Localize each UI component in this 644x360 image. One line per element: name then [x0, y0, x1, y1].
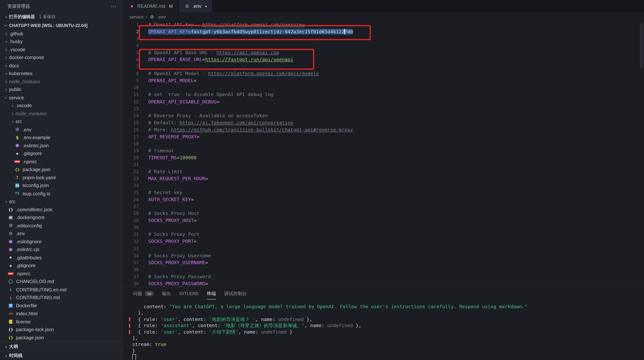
- tree-item-.env.example[interactable]: .env.example: [0, 134, 123, 141]
- tree-item-.env[interactable]: .env: [0, 126, 123, 134]
- code-line-38[interactable]: 38SOCKS_PROXY_PASSWORD=: [123, 280, 644, 287]
- tree-item-src[interactable]: src: [0, 117, 123, 125]
- code-line-2[interactable]: 2OPENAI_API_KEY=fastgpt-y6b3axfbdd5wyp01…: [123, 28, 644, 35]
- open-editors-header[interactable]: 打开的编辑器 1 未保存: [0, 12, 123, 21]
- timeline-section-header[interactable]: 时间线: [0, 351, 123, 360]
- code-line-33[interactable]: 33: [123, 245, 644, 252]
- code-line-22[interactable]: 22# Rate Limit: [123, 168, 644, 175]
- code-line-10[interactable]: 10: [123, 84, 644, 91]
- code-line-27[interactable]: 27: [123, 203, 644, 210]
- tree-item-node_modules[interactable]: node_modules: [0, 77, 123, 85]
- chevron-right-icon: [3, 199, 9, 204]
- tree-item-.eslintrc.json[interactable]: .eslintrc.json: [0, 141, 123, 149]
- tree-item-src[interactable]: src: [0, 198, 123, 206]
- tree-item-.gitignore[interactable]: .gitignore: [0, 262, 123, 270]
- code-line-25[interactable]: 25# Secret key: [123, 189, 644, 196]
- code-line-17[interactable]: 17API_REVERSE_PROXY=: [123, 133, 644, 140]
- breadcrumb-item[interactable]: service: [130, 14, 144, 19]
- workspace-header[interactable]: CHATGPT-WEB [WSL: UBUNTU-22.04]: [0, 21, 123, 29]
- code-line-18[interactable]: 18: [123, 140, 644, 147]
- code-line-35[interactable]: 35SOCKS_PROXY_USERNAME=: [123, 259, 644, 266]
- tree-item-.commitlintrc.json[interactable]: .commitlintrc.json: [0, 206, 123, 214]
- code-line-7[interactable]: 7: [123, 63, 644, 70]
- code-line-1[interactable]: 1# OpenAI API Key - https://platform.ope…: [123, 21, 644, 28]
- code-line-20[interactable]: 20TIMEOUT_MS=100000: [123, 154, 644, 161]
- code-line-31[interactable]: 31# Socks Proxy Port: [123, 231, 644, 238]
- code-editor[interactable]: 1# OpenAI API Key - https://platform.ope…: [123, 21, 644, 287]
- more-actions-icon[interactable]: ⋯: [111, 3, 117, 9]
- tree-item-.gitignore[interactable]: .gitignore: [0, 150, 123, 158]
- tree-item-.dockerignore[interactable]: .dockerignore: [0, 214, 123, 222]
- panel-tab-终端[interactable]: 终端: [207, 287, 216, 300]
- code-line-28[interactable]: 28# Socks Proxy Host: [123, 210, 644, 217]
- tree-item-Dockerfile[interactable]: Dockerfile: [0, 302, 123, 310]
- tree-item-docker-compose[interactable]: docker-compose: [0, 53, 123, 61]
- code-line-15[interactable]: 15# Default: https://ai.fakeopen.com/api…: [123, 119, 644, 126]
- tree-item-tsconfig.json[interactable]: tsconfig.json: [0, 182, 123, 190]
- token-key: SOCKS_PROXY_HOST: [148, 218, 194, 223]
- code-line-5[interactable]: 5# OpenAI API Base URL - https://api.ope…: [123, 49, 644, 56]
- tree-item-.eslintrc.cjs[interactable]: .eslintrc.cjs: [0, 246, 123, 254]
- tree-item-.husky[interactable]: .husky: [0, 37, 123, 45]
- code-line-9[interactable]: 9OPENAI_API_MODEL=: [123, 77, 644, 84]
- tree-item-.github[interactable]: .github: [0, 29, 123, 37]
- tree-item-.env[interactable]: .env: [0, 230, 123, 238]
- tree-item-public[interactable]: public: [0, 85, 123, 93]
- workspace-label: CHATGPT-WEB [WSL: UBUNTU-22.04]: [9, 23, 88, 28]
- tree-item-.vscode[interactable]: .vscode: [0, 102, 123, 109]
- code-line-32[interactable]: 32SOCKS_PROXY_PORT=: [123, 238, 644, 245]
- outline-section-header[interactable]: 大纲: [0, 342, 123, 351]
- breadcrumb-item[interactable]: .env: [157, 14, 166, 19]
- code-line-16[interactable]: 16# More: https://github.com/transitive-…: [123, 126, 644, 133]
- editor-scrollbar[interactable]: [640, 23, 643, 68]
- tree-item-tsup.config.ts[interactable]: tsup.config.ts: [0, 190, 123, 198]
- code-line-11[interactable]: 11# set `true` to disable OpenAI API deb…: [123, 91, 644, 98]
- code-line-13[interactable]: 13: [123, 105, 644, 112]
- tree-item-pnpm-lock.yaml[interactable]: pnpm-lock.yaml: [0, 174, 123, 181]
- code-line-8[interactable]: 8# OpenAI API Model - https://platform.o…: [123, 70, 644, 77]
- panel-tab-问题[interactable]: 问题16: [133, 287, 154, 300]
- panel-tab-调试控制台[interactable]: 调试控制台: [224, 287, 247, 300]
- tree-item-CONTRIBUTING.en.md[interactable]: CONTRIBUTING.en.md: [0, 286, 123, 294]
- tree-item-package.json[interactable]: package.json: [0, 166, 123, 174]
- tree-item-kubernetes[interactable]: kubernetes: [0, 69, 123, 77]
- command-decoration: [129, 324, 130, 328]
- tree-item-service[interactable]: service: [0, 94, 123, 102]
- code-line-4[interactable]: 4: [123, 42, 644, 49]
- tab-README.md[interactable]: README.mdM: [123, 0, 178, 12]
- code-line-34[interactable]: 34# Socks Proxy Username: [123, 252, 644, 259]
- code-line-29[interactable]: 29SOCKS_PROXY_HOST=: [123, 217, 644, 224]
- tree-item-index.html[interactable]: index.html: [0, 310, 123, 318]
- code-line-30[interactable]: 30: [123, 224, 644, 231]
- code-line-24[interactable]: 24: [123, 182, 644, 189]
- tree-item-.vscode[interactable]: .vscode: [0, 45, 123, 53]
- code-line-3[interactable]: 3: [123, 35, 644, 42]
- tree-item-package-lock.json[interactable]: package-lock.json: [0, 326, 123, 334]
- tree-item-.gitattributes[interactable]: .gitattributes: [0, 254, 123, 262]
- tree-item-CHANGELOG.md[interactable]: CHANGELOG.md: [0, 278, 123, 286]
- code-line-14[interactable]: 14# Reverse Proxy - Available on accessT…: [123, 112, 644, 119]
- tree-item-node_modules[interactable]: node_modules: [0, 109, 123, 117]
- code-line-23[interactable]: 23MAX_REQUEST_PER_HOUR=: [123, 175, 644, 182]
- code-line-19[interactable]: 19# timeout: [123, 147, 644, 154]
- tree-item-.eslintignore[interactable]: .eslintignore: [0, 238, 123, 246]
- panel-tab-GITLENS[interactable]: GITLENS: [179, 287, 198, 300]
- code-line-37[interactable]: 37# Socks Proxy Password: [123, 273, 644, 280]
- file-label: service: [9, 95, 24, 100]
- panel-tab-输出[interactable]: 输出: [162, 287, 171, 300]
- tree-item-docs[interactable]: docs: [0, 62, 123, 69]
- tree-item-package.json[interactable]: package.json: [0, 334, 123, 342]
- tree-item-.npmrc[interactable]: .npmrc: [0, 270, 123, 278]
- tree-item-.editorconfig[interactable]: .editorconfig: [0, 222, 123, 230]
- code-line-6[interactable]: 6OPENAI_API_BASE_URL=https://fastgpt.run…: [123, 56, 644, 63]
- token-comment: # More:: [148, 127, 171, 132]
- terminal-output[interactable]: content: "You are ChatGPT, a large langu…: [123, 300, 644, 360]
- code-line-21[interactable]: 21: [123, 161, 644, 168]
- tree-item-CONTRIBUTING.md[interactable]: CONTRIBUTING.md: [0, 294, 123, 302]
- code-line-26[interactable]: 26AUTH_SECRET_KEY=: [123, 196, 644, 203]
- code-line-36[interactable]: 36: [123, 266, 644, 273]
- tree-item-.npmrc[interactable]: .npmrc: [0, 158, 123, 166]
- tree-item-license[interactable]: license: [0, 318, 123, 326]
- tab-.env[interactable]: .env: [178, 0, 213, 12]
- code-line-12[interactable]: 12OPENAI_API_DISABLE_DEBUG=: [123, 98, 644, 105]
